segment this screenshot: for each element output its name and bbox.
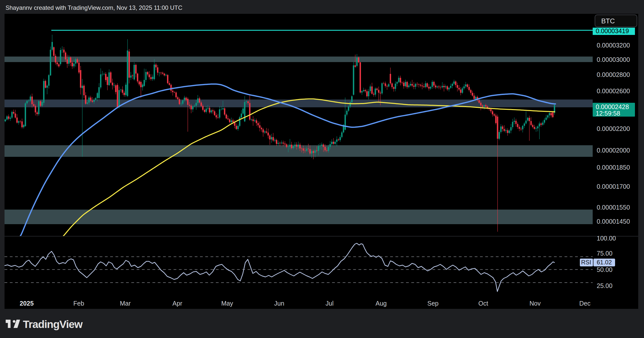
svg-text:Dec: Dec <box>579 300 590 307</box>
svg-text:0.00002000: 0.00002000 <box>597 147 630 154</box>
svg-text:Feb: Feb <box>73 300 84 307</box>
svg-text:0.00001550: 0.00001550 <box>597 204 630 211</box>
svg-text:0.00002428: 0.00002428 <box>596 103 629 110</box>
svg-text:0.00003419: 0.00003419 <box>596 27 629 34</box>
svg-text:RSI: RSI <box>581 259 591 266</box>
svg-text:0.00001850: 0.00001850 <box>597 164 630 171</box>
svg-text:0.00002200: 0.00002200 <box>597 125 630 132</box>
svg-text:25.00: 25.00 <box>597 282 613 289</box>
svg-text:Jul: Jul <box>326 300 334 307</box>
svg-text:TradingView: TradingView <box>23 318 83 330</box>
svg-text:61.02: 61.02 <box>597 259 612 266</box>
svg-text:0.00002600: 0.00002600 <box>597 87 630 94</box>
svg-text:2025: 2025 <box>20 300 34 307</box>
svg-text:Oct: Oct <box>478 300 488 307</box>
svg-text:0.00001700: 0.00001700 <box>597 183 630 190</box>
svg-text:Mar: Mar <box>120 300 131 307</box>
svg-text:0.00001450: 0.00001450 <box>597 218 630 225</box>
svg-text:75.00: 75.00 <box>597 250 613 257</box>
svg-text:BTC: BTC <box>601 17 615 25</box>
svg-text:May: May <box>221 300 233 307</box>
svg-text:0.00002800: 0.00002800 <box>597 71 630 78</box>
svg-text:Jun: Jun <box>274 300 284 307</box>
svg-text:Nov: Nov <box>530 300 541 307</box>
svg-text:Aug: Aug <box>376 300 387 307</box>
svg-text:100.00: 100.00 <box>597 235 616 242</box>
svg-text:Sep: Sep <box>427 300 438 307</box>
svg-text:12:59:58: 12:59:58 <box>596 110 620 117</box>
svg-text:0.00003200: 0.00003200 <box>597 42 630 49</box>
svg-text:50.00: 50.00 <box>597 266 613 273</box>
svg-text:0.00003000: 0.00003000 <box>597 56 630 63</box>
svg-text:Shayannv created with TradingV: Shayannv created with TradingView.com, N… <box>6 4 182 11</box>
svg-text:Apr: Apr <box>173 300 182 307</box>
